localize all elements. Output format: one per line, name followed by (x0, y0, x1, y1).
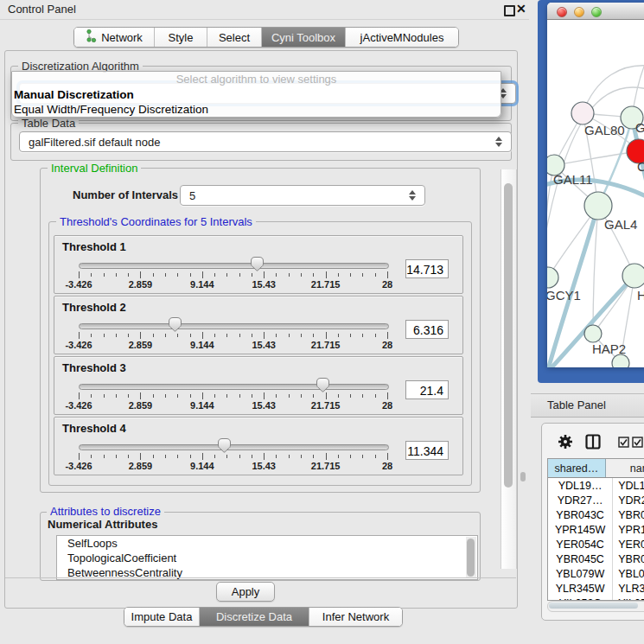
threshold-3-slider-thumb[interactable] (316, 377, 330, 393)
close-traffic-light-icon[interactable] (557, 7, 567, 17)
table-horizontal-scrollbar[interactable] (547, 601, 644, 612)
number-of-intervals-combo[interactable]: 5 (180, 185, 425, 206)
tab-cyni-toolbox[interactable]: Cyni Toolbox (261, 28, 345, 47)
column-header-shared-name[interactable]: shared… (548, 459, 606, 477)
threshold-1-slider-track[interactable] (79, 263, 389, 269)
panel-splitter-handle[interactable] (520, 472, 526, 481)
float-window-icon[interactable] (504, 5, 515, 16)
table-data-combo[interactable]: galFiltered.sif default node (19, 131, 512, 152)
node-label-gcy1: GCY1 (547, 288, 581, 303)
network-node[interactable] (612, 354, 629, 367)
cell-shared-name[interactable]: YLR345W (548, 581, 613, 596)
panel-title: Control Panel (8, 3, 76, 16)
cell-name[interactable]: YDR27… (613, 493, 644, 507)
cell-name[interactable]: YBL079W (613, 566, 644, 581)
checkbox-checked-icon[interactable] (618, 437, 630, 448)
attributes-group-label: Attributes to discretize (47, 505, 164, 518)
column-header-name[interactable]: name (606, 459, 644, 477)
table-row[interactable]: YBR043CYBR043C (548, 507, 644, 522)
table-row[interactable]: YBL079WYBL079W (548, 566, 644, 581)
threshold-3-value-field[interactable]: 21.4 (405, 380, 449, 399)
table-row[interactable]: YDR27…YDR27… (548, 493, 644, 507)
numerical-attributes-list[interactable]: SelfLoopsTopologicalCoefficientBetweenne… (56, 535, 478, 580)
tab-label: jActiveMNodules (360, 31, 444, 44)
interval-definition-label: Interval Definition (48, 162, 141, 175)
tab-label: Discretize Data (216, 610, 292, 623)
node-label-gal11: GAL11 (553, 172, 593, 187)
slider-ticks (79, 453, 387, 461)
attribute-item-selfloops[interactable]: SelfLoops (57, 536, 477, 551)
node-label-hap2: HAP2 (592, 341, 626, 356)
threshold-4-slider-thumb[interactable] (217, 437, 232, 454)
cell-shared-name[interactable]: YBR043C (548, 507, 613, 522)
node-table[interactable]: shared… name YDL19…YDL19…YDR27…YDR27…YBR… (547, 458, 644, 601)
table-row[interactable]: YER054CYER054C (548, 537, 644, 552)
tab-network[interactable]: Network (74, 28, 154, 47)
cell-name[interactable]: YBR043C (613, 507, 644, 522)
threshold-4-slider-track[interactable] (79, 444, 389, 450)
tab-discretize-data[interactable]: Discretize Data (199, 608, 309, 626)
cell-shared-name[interactable]: YBL079W (548, 566, 613, 581)
network-node-gal80[interactable] (571, 102, 594, 124)
node-label-gal4: GAL4 (604, 217, 637, 232)
apply-button[interactable]: Apply (216, 582, 275, 602)
combo-stepper-icon[interactable] (407, 186, 418, 205)
table-row[interactable]: YLR345WYLR345W (548, 581, 644, 596)
threshold-1-slider-thumb[interactable] (250, 256, 265, 272)
zoom-traffic-light-icon[interactable] (591, 7, 602, 17)
scrollbar-thumb[interactable] (504, 183, 513, 488)
tab-impute-data[interactable]: Impute Data (124, 608, 199, 626)
network-canvas[interactable]: GAL80GACGAL11GAL4GCY1HHAP2 (547, 20, 644, 367)
combo-stepper-icon[interactable] (494, 132, 504, 151)
cell-name[interactable]: YBR045C (613, 552, 644, 566)
attribute-item-topologicalcoefficient[interactable]: TopologicalCoefficient (57, 551, 477, 565)
algorithm-popup-options: Manual DiscretizationEqual Width/Frequen… (12, 87, 501, 117)
checkbox-checked-icon[interactable] (632, 437, 644, 448)
control-panel-scrollbar[interactable] (501, 169, 517, 569)
threshold-3-slider-track[interactable] (79, 384, 389, 390)
content-divider (5, 577, 516, 578)
cell-shared-name[interactable]: YDR27… (548, 493, 613, 507)
threshold-2-slider-track[interactable] (79, 323, 389, 329)
threshold-2-slider-thumb[interactable] (168, 316, 182, 333)
threshold-4-value-field[interactable]: 11.344 (405, 441, 449, 460)
tab-jactivemnodules[interactable]: jActiveMNodules (345, 28, 458, 47)
popup-option-manual-discretization[interactable]: Manual Discretization (12, 87, 501, 102)
tab-select[interactable]: Select (207, 28, 261, 47)
cell-shared-name[interactable]: YBR045C (548, 552, 613, 566)
network-window-titlebar[interactable] (547, 3, 644, 20)
network-node-gal4[interactable] (584, 192, 612, 220)
cell-name[interactable]: YER054C (613, 537, 644, 552)
cell-shared-name[interactable]: YDL19… (548, 478, 613, 493)
threshold-3-label: Threshold 3 (62, 361, 126, 374)
cell-name[interactable]: YDL19… (613, 478, 644, 493)
cell-name[interactable]: YLR345W (613, 581, 644, 596)
popup-option-equal-width-frequency-discretization[interactable]: Equal Width/Frequency Discretization (12, 102, 501, 117)
table-row[interactable]: YBR045CYBR045C (548, 552, 644, 566)
gear-icon[interactable] (558, 434, 573, 450)
scrollbar-thumb[interactable] (549, 603, 638, 609)
network-node-h[interactable] (622, 264, 644, 288)
slider-ticks (79, 332, 387, 340)
network-node-gcy1[interactable] (547, 267, 558, 288)
threshold-2-value-field[interactable]: 6.316 (405, 320, 449, 339)
tab-infer-network[interactable]: Infer Network (309, 608, 402, 626)
close-icon[interactable]: ✕ (516, 2, 526, 16)
cell-shared-name[interactable]: YPR145W (548, 522, 613, 537)
tab-label: Network (101, 31, 143, 44)
minimize-traffic-light-icon[interactable] (574, 7, 584, 17)
tab-style[interactable]: Style (154, 28, 207, 47)
threshold-1-value-field[interactable]: 14.713 (405, 259, 449, 278)
algorithm-popup: Select algorithm to view settings Manual… (11, 71, 501, 118)
attributes-list-scrollbar[interactable] (466, 537, 476, 578)
split-columns-icon[interactable] (585, 434, 601, 450)
network-graph[interactable]: GAL80GACGAL11GAL4GCY1HHAP2 (547, 20, 644, 367)
table-row[interactable]: YDL19…YDL19… (548, 478, 644, 493)
threshold-1-panel: Threshold 1 -3.4262.8599.14415.4321.7152… (54, 235, 463, 294)
table-row[interactable]: YPR145WYPR145W (548, 522, 644, 537)
tab-label: Style (169, 31, 194, 44)
cell-name[interactable]: YPR145W (613, 522, 644, 537)
cell-shared-name[interactable]: YER054C (548, 537, 613, 552)
table-header-row: shared… name (548, 459, 644, 478)
network-node-hap2[interactable] (584, 325, 602, 342)
